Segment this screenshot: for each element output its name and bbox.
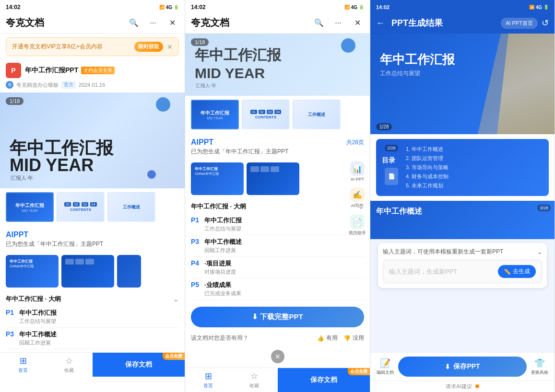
toc-title-3: 目录 [382,156,401,165]
bottom-collect-2[interactable]: ☆ 收藏 [231,368,277,392]
bottom-hint-3: 请求AI建议 [370,380,555,392]
preview-midyear-2: 年中工作汇报MID YEAR [195,46,281,81]
side-tool-resume-2[interactable]: 📄 简历助手 [345,212,370,239]
save-ppt-btn-3[interactable]: ⬇ 保存PPT [398,357,527,377]
toc-item-3-4: 4. 财务与成本控制 [406,172,543,181]
nav-bar-2: 夸克文档 🔍 ··· ✕ [185,12,370,34]
aippt-title-2: AIPPT [191,138,213,147]
download-icon-3: ⬇ [445,363,450,370]
back-button-3[interactable]: ← [376,18,385,28]
outline-expand-1[interactable]: ⌄ [173,294,179,303]
preview-blue-circle-1 [147,170,156,179]
thumb-2-1[interactable]: 年中工作汇报 MID YEAR [191,100,239,129]
thumb-1-3[interactable]: 工作概述 [107,192,155,222]
input-area-3: 输入主题词，可使用本模板重新生成一套新PPT ⌄ 输入主题词，生成新PPT ✏️… [370,239,555,292]
slide-title-3: 年中工作汇报 [380,53,455,67]
download-btn-row-2: ⬇ 下载完整PPT [185,303,370,331]
refresh-icon-3[interactable]: ↺ [542,18,549,28]
download-btn-2[interactable]: ⬇ 下载完整PPT [191,307,364,327]
app-title-1: 夸克文档 [6,16,127,29]
toc-slide-num-3: 2/28 [385,145,398,151]
close-button-2[interactable]: ✕ [351,16,364,30]
outline-item-2-3: P4 ·项目进展 对接项目进度 [191,257,364,278]
outline-title-row-2: 年中工作汇报 · 大纲 ⌄ [191,202,364,211]
side-tools-2: 📊 AI PPT ✍️ AI写作 📄 简历助手 [345,159,370,239]
promo-btn-1[interactable]: 限时获取 [134,42,163,52]
bottom-home-1[interactable]: ⊞ 首页 [0,353,46,377]
more-button-2[interactable]: ··· [331,16,345,30]
thumb-1-1[interactable]: 年中工作汇报 MID YEAR [6,192,54,222]
aiwrite-icon-2: ✍️ [350,187,365,202]
status-bar-3: 14:02 📶 4G 🔋 [370,0,555,12]
edit-doc-label-3: 编辑文档 [377,369,394,376]
search-button-1[interactable]: 🔍 [127,16,141,30]
collapse-icon-3[interactable]: ⌄ [537,249,542,255]
outline-item-2-4: P5 ·业绩成果 已完成业务成果 [191,278,364,300]
feedback-useless-2[interactable]: 👎 没用 [343,334,364,342]
gen-btn-3[interactable]: ✏️ 去生成 [498,265,536,278]
save-doc-btn-1[interactable]: 保存文档 会员免费 [93,353,185,377]
change-style-btn-3[interactable]: 👕 更换风格 [530,358,550,376]
phone-panel-1: 14:02 📶 4G 🔋 夸克文档 🔍 ··· ✕ 开通夸克文档VIP立享6亿+… [0,0,185,392]
close-button-1[interactable]: ✕ [165,16,179,30]
preview-subtitle-2: 汇报人·年 [196,82,216,89]
feedback-useful-2[interactable]: 👍 有用 [317,334,338,342]
search-button-2[interactable]: 🔍 [312,16,326,30]
ppt-card-1-3[interactable] [117,255,141,288]
status-icons-3: 📶 4G 🔋 [529,5,549,10]
thumb-2-2[interactable]: 01 02 03 04 CONTENTS [242,100,290,129]
bottom-home-label-2: 首页 [203,382,213,389]
change-style-label-3: 更换风格 [531,369,548,376]
save-doc-btn-2[interactable]: 保存文档 会员免费 [278,368,370,392]
overview-slide-num-3: 3/28 [537,205,551,211]
aippt-home-btn-3[interactable]: AI PPT首页 [501,18,538,29]
doc-name-1: 年中工作汇报PPT [25,66,78,75]
promo-close-1[interactable]: ✕ [167,43,173,51]
aippt-label-2: AI PPT [351,177,365,182]
status-time-2: 14:02 [191,4,206,11]
close-float-btn-2[interactable]: ✕ [271,350,284,363]
input-field-3[interactable]: 输入主题词，生成新PPT ✏️ 去生成 [383,260,542,283]
bottom-home-2[interactable]: ⊞ 首页 [185,368,231,392]
promo-banner-1: 开通夸克文档VIP立享6亿+会员内容 限时获取 ✕ [6,37,179,56]
input-card-header-3: 输入主题词，可使用本模板重新生成一套新PPT ⌄ [383,248,542,256]
toc-items-3: 1. 年中工作概述 2. 团队运营管理 3. 市场导向与策略 4. 财务与成本控… [406,145,543,190]
side-tool-aiwrite-2[interactable]: ✍️ AI写作 [345,184,370,212]
preview-subtitle-1: 汇报人·年 [11,174,33,182]
ppt-cards-row-2: 年中工作汇报CHINA年中汇报 [185,159,370,199]
outline-item-2-1: P1 年中工作汇报 工作总结与展望 [191,214,364,235]
ppt-card-2-2[interactable] [247,162,299,195]
aippt-desc-1: 已为您生成「年中工作汇报」主题PPT [6,240,179,248]
status-icons-1: 📶 4G 🔋 [159,5,179,10]
edit-icon-3: ✏️ [504,268,511,275]
side-tool-aippt-2[interactable]: 📊 AI PPT [345,159,370,184]
edit-doc-btn-3[interactable]: 📝 编辑文档 [375,358,395,376]
status-bar-2: 14:02 📶 4G 🔋 [185,0,370,12]
bottom-collect-1[interactable]: ☆ 收藏 [46,353,92,377]
ppt-card-2-1[interactable]: 年中工作汇报CHINA年中汇报 [191,162,244,195]
thumb-1-2[interactable]: 01 02 03 04 CONTENTS [57,192,105,222]
outline-section-1: 年中工作汇报 · 大纲 ⌄ P1 年中工作汇报 工作总结与展望 P3 年中工作概… [0,291,185,352]
status-icons-2: 📶 4G 🔋 [344,5,364,10]
slides-scroll-3: 年中工作汇报 工作总结与展望 1/28 2/28 目录 📄 1. 年中工作概述 … [370,34,555,352]
ppt-card-1-1[interactable]: 年中工作汇报CHINA年中汇报 [6,255,59,288]
slide-number-2: 1/18 [191,38,209,46]
style-icon-3: 👕 [534,358,545,369]
page-title-3: PPT生成结果 [391,17,497,29]
outline-title-row-1: 年中工作汇报 · 大纲 ⌄ [6,294,179,303]
ppt-card-1-2[interactable] [61,255,114,288]
more-button-1[interactable]: ··· [146,16,160,30]
aippt-section-2: AIPPT 共28页 已为您生成「年中工作汇报」主题PPT [185,133,370,159]
thumbnails-row-1: 年中工作汇报 MID YEAR 01 02 03 04 CONTENTS 工作概… [0,188,185,226]
home-icon-1: ⊞ [20,356,27,366]
preview-circle-1 [156,97,170,112]
nav-bar-3: ← PPT生成结果 AI PPT首页 ↺ [370,12,555,34]
thumbnails-row-2: 年中工作汇报 MID YEAR 01 02 03 04 CONTENTS 工作概… [185,96,370,133]
bottom-bar-1: ⊞ 首页 ☆ 收藏 保存文档 会员免费 [0,352,185,377]
overview-title-3: 年中工作概述 [376,207,549,217]
main-preview-2: 1/18 年中工作汇报MID YEAR 汇报人·年 [185,34,370,96]
slide-main-content-3: 年中工作汇报 工作总结与展望 [380,53,455,78]
resume-label-2: 简历助手 [349,230,366,236]
thumb-2-3[interactable]: 工作概述 [293,100,341,129]
toc-item-3-3: 3. 市场导向与策略 [406,163,543,172]
